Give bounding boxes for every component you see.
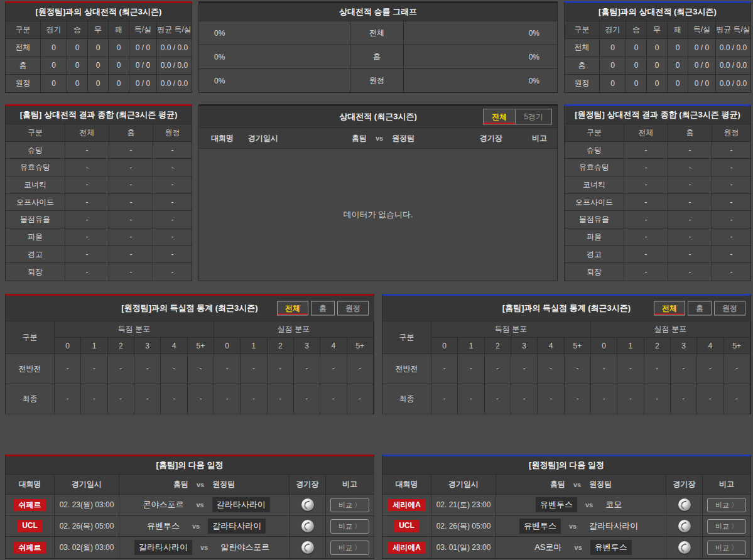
schedule-away-table: 대회명 경기일시 홈팀 vs 원정팀 경기장 비고 세리에A 02. 21(토)… [382, 475, 750, 558]
stat-value: - [671, 354, 697, 384]
stat-value: - [153, 194, 192, 212]
row-label: 최종 [382, 384, 431, 414]
stat-value: 0 [88, 75, 109, 92]
stat-value: - [668, 159, 712, 176]
match-datetime: 03. 02(월) 03:00 [55, 537, 119, 558]
tab-all[interactable]: 전체 [277, 301, 308, 316]
row-label: 경고 [6, 246, 65, 264]
compare-button[interactable]: 비교 〉 [330, 519, 369, 534]
schedule-row: UCL 02. 26(목) 05:00 유벤투스 vs 갈라타사라이 비교 〉 [382, 516, 750, 537]
stat-value: 0 [41, 75, 67, 92]
away-team: 코모 [601, 497, 626, 512]
table-row: 홈 0 0 0 0 0 / 0 0.0 / 0.0 [6, 57, 192, 75]
away-team: 유벤투스 [590, 540, 632, 555]
stat-value: - [65, 263, 109, 281]
stadium-cell [290, 495, 326, 516]
stat-value: - [485, 384, 511, 414]
stat-value: 0 [626, 39, 647, 57]
row-label: 원정 [6, 75, 41, 92]
table-row: 유효슈팅 - - - [6, 159, 192, 176]
compare-button[interactable]: 비교 〉 [707, 541, 746, 555]
tab-all[interactable]: 전체 [484, 110, 515, 124]
stat-value: - [153, 142, 192, 159]
schedule-row: 쉬페르 03. 02(월) 03:00 갈라타사라이 vs 알란야스포르 비교 … [6, 537, 374, 558]
stadium-globe-icon[interactable] [301, 498, 314, 511]
row-label: 볼점유율 [6, 211, 65, 229]
stadium-globe-icon[interactable] [678, 498, 691, 511]
away-team: 알란야스포르 [216, 540, 274, 555]
stat-value: - [55, 354, 81, 384]
row-label: 전체 [6, 39, 41, 57]
stat-value: - [624, 246, 668, 264]
tab-home[interactable]: 홈 [311, 301, 335, 316]
vs-label: vs [573, 481, 581, 488]
tab-last5[interactable]: 5경기 [515, 110, 551, 124]
stadium-globe-icon[interactable] [301, 520, 314, 532]
teams-cell: 유벤투스 vs 갈라타사라이 [496, 516, 666, 537]
row-label: 유효슈팅 [6, 159, 65, 176]
table-row: 오프사이드 - - - [6, 194, 192, 212]
bin-header: 5+ [188, 338, 214, 354]
compare-button[interactable]: 비교 〉 [707, 498, 746, 512]
stat-value: - [55, 384, 81, 414]
bin-header: 0 [431, 338, 458, 354]
row-label: 오프사이드 [565, 194, 624, 212]
panel-title: [홈팀]의 다음 일정 [6, 456, 374, 475]
bin-header-row: 0 1 2 3 4 5+ 0 1 2 3 4 5+ [431, 338, 750, 354]
stat-value: - [724, 384, 750, 414]
tab-away[interactable]: 원정 [337, 301, 369, 316]
bin-header: 4 [697, 338, 723, 354]
league-badge: UCL [17, 520, 43, 532]
stat-value: 0 / 0 [129, 57, 157, 75]
col-header: 패 [668, 21, 688, 39]
tab-home[interactable]: 홈 [688, 301, 712, 316]
panel-h2h-home: [홈팀]과의 상대전적 (최근3시즌) 구분 경기 승 무 패 득/실 평균 득… [564, 1, 751, 93]
row-label: 오프사이드 [6, 194, 65, 212]
stadium-globe-icon[interactable] [678, 541, 691, 554]
bin-header: 0 [55, 338, 81, 354]
vs-label: vs [200, 544, 208, 551]
table-row: 전반전 - - - - - - - - - - - - [382, 354, 750, 384]
stat-value: - [109, 159, 153, 176]
graph-row: 0% 전체 0% [199, 21, 557, 45]
match-datetime: 03. 01(일) 23:00 [431, 537, 496, 558]
col-header: 구분 [565, 124, 624, 142]
stat-value: - [431, 384, 458, 414]
stat-value: - [565, 384, 591, 414]
stadium-globe-icon[interactable] [301, 541, 314, 554]
stat-value: 0 [600, 39, 626, 57]
stat-value: 0 [668, 57, 688, 75]
stat-value: 0.0 / 0.0 [157, 39, 192, 57]
league-badge: UCL [394, 520, 420, 532]
stat-value: - [712, 263, 750, 281]
stat-value: - [65, 229, 109, 246]
stat-value: 0 [67, 57, 88, 75]
note-cell: 비교 〉 [326, 495, 374, 516]
row-label: 파울 [6, 229, 65, 246]
compare-button[interactable]: 비교 〉 [330, 541, 369, 555]
stat-value: - [108, 354, 134, 384]
tab-all[interactable]: 전체 [654, 301, 685, 316]
row-label: 코너킥 [6, 176, 65, 194]
bin-header: 0 [591, 338, 617, 354]
table-row: 슈팅 - - - [6, 142, 192, 159]
col-header: 비고 [326, 475, 374, 495]
col-header: 대회명 [382, 475, 431, 495]
stadium-globe-icon[interactable] [678, 520, 691, 532]
stat-value: 0 [109, 39, 129, 57]
compare-button[interactable]: 비교 〉 [707, 519, 746, 534]
compare-button[interactable]: 비교 〉 [330, 498, 369, 512]
note-cell: 비교 〉 [703, 516, 750, 537]
col-header: 구분 [6, 21, 41, 39]
teams-cell: 갈라타사라이 vs 알란야스포르 [119, 537, 290, 558]
stat-value: 0.0 / 0.0 [157, 57, 192, 75]
tab-away[interactable]: 원정 [714, 301, 745, 316]
col-header: 평균 득/실 [716, 21, 750, 39]
table-row: 유효슈팅 - - - [565, 159, 750, 176]
graph-row: 0% 홈 0% [199, 45, 557, 69]
stat-value: 0 [67, 39, 88, 57]
goals-table-header: 구분 득점 분포 실점 분포 0 1 2 3 4 5+ 0 1 2 3 [6, 321, 374, 354]
stat-value: - [511, 354, 538, 384]
vs-label: vs [569, 522, 577, 530]
panel-title: [홈팀]과의 득실점 통계 (최근3시즌) 전체 홈 원정 [382, 296, 750, 321]
